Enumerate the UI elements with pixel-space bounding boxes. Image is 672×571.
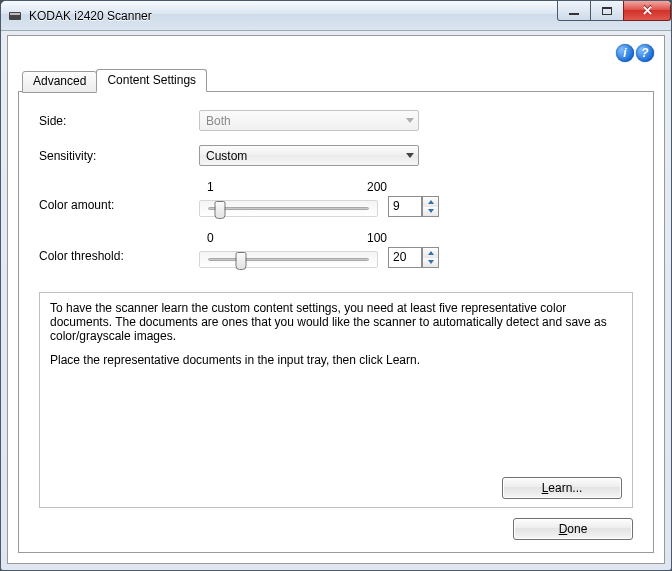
color-threshold-slider[interactable] <box>199 251 378 268</box>
window-controls: ✕ <box>558 1 671 21</box>
maximize-button[interactable] <box>590 1 624 21</box>
help-icons: i ? <box>616 44 654 62</box>
help-icon[interactable]: ? <box>636 44 654 62</box>
color-amount-max: 200 <box>367 180 387 194</box>
minimize-button[interactable] <box>557 1 591 21</box>
color-amount-thumb[interactable] <box>215 201 226 219</box>
side-row: Side: Both <box>39 110 633 131</box>
client-area: i ? Advanced Content Settings Side: Both… <box>7 35 665 564</box>
learn-info-box: To have the scanner learn the custom con… <box>39 292 633 508</box>
sensitivity-row: Sensitivity: Custom <box>39 145 633 166</box>
color-amount-slider[interactable] <box>199 200 378 217</box>
learn-button[interactable]: Learn... <box>502 477 622 499</box>
tab-strip: Advanced Content Settings <box>18 68 654 91</box>
side-combo: Both <box>199 110 419 131</box>
color-amount-min: 1 <box>207 180 214 194</box>
color-threshold-max: 100 <box>367 231 387 245</box>
color-amount-label: Color amount: <box>39 180 199 212</box>
color-amount-row: Color amount: 1 200 <box>39 180 633 217</box>
spinner-up-icon[interactable] <box>423 197 438 207</box>
window-title: KODAK i2420 Scanner <box>29 9 152 23</box>
done-button[interactable]: Done <box>513 518 633 540</box>
color-threshold-value[interactable]: 20 <box>388 247 422 268</box>
learn-info-para2: Place the representative documents in th… <box>50 353 622 367</box>
color-threshold-min: 0 <box>207 231 214 245</box>
color-threshold-label: Color threshold: <box>39 231 199 263</box>
titlebar: KODAK i2420 Scanner ✕ <box>1 1 671 31</box>
color-threshold-spinner[interactable] <box>422 247 439 268</box>
sensitivity-combo[interactable]: Custom <box>199 145 419 166</box>
color-amount-value[interactable]: 9 <box>388 196 422 217</box>
spinner-up-icon[interactable] <box>423 248 438 258</box>
app-icon <box>7 8 23 24</box>
sensitivity-label: Sensitivity: <box>39 149 199 163</box>
sensitivity-combo-value: Custom <box>206 149 247 163</box>
chevron-down-icon <box>406 118 414 123</box>
dialog-footer: Done <box>39 508 633 540</box>
side-label: Side: <box>39 114 199 128</box>
color-threshold-thumb[interactable] <box>235 252 246 270</box>
close-button[interactable]: ✕ <box>623 1 671 21</box>
color-threshold-row: Color threshold: 0 100 <box>39 231 633 268</box>
content-settings-panel: Side: Both Sensitivity: Custom <box>18 91 654 553</box>
tab-content-settings[interactable]: Content Settings <box>96 69 207 92</box>
spinner-down-icon[interactable] <box>423 207 438 217</box>
side-combo-value: Both <box>206 114 231 128</box>
learn-info-para1: To have the scanner learn the custom con… <box>50 301 622 343</box>
svg-rect-1 <box>10 13 20 15</box>
scanner-dialog: KODAK i2420 Scanner ✕ i ? Advanced Conte… <box>0 0 672 571</box>
info-icon[interactable]: i <box>616 44 634 62</box>
color-amount-spinner[interactable] <box>422 196 439 217</box>
chevron-down-icon <box>406 153 414 158</box>
tab-advanced[interactable]: Advanced <box>22 71 97 93</box>
spinner-down-icon[interactable] <box>423 258 438 268</box>
